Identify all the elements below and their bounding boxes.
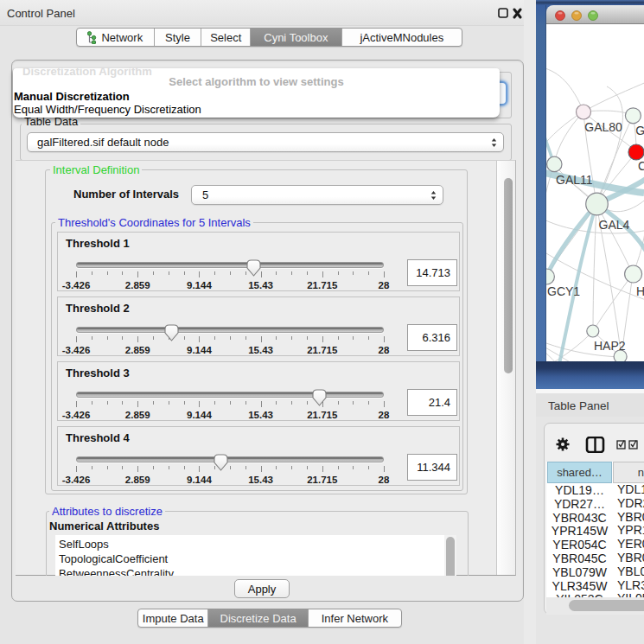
svg-text:GAL4: GAL4	[599, 218, 630, 232]
svg-text:GAL11: GAL11	[556, 173, 593, 187]
svg-text:HAP2: HAP2	[594, 339, 626, 353]
svg-text:GA: GA	[635, 124, 644, 137]
svg-text:GCY1: GCY1	[547, 284, 580, 298]
svg-text:GAL80: GAL80	[584, 120, 622, 134]
svg-text:C: C	[638, 159, 644, 173]
svg-text:H: H	[636, 284, 644, 298]
